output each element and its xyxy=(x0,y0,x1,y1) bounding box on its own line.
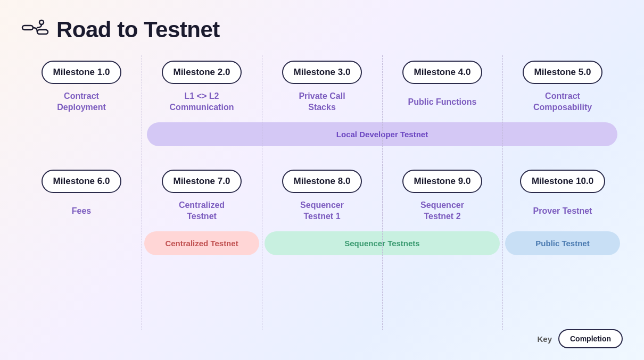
row2-milestones: Milestone 6.0 Fees Milestone 7.0 Central… xyxy=(21,170,623,224)
milestone-cell-7: Milestone 7.0 CentralizedTestnet xyxy=(142,170,262,224)
milestone-cell-2: Milestone 2.0 L1 <> L2Communication xyxy=(142,61,262,115)
milestone-cell-10: Milestone 10.0 Prover Testnet xyxy=(502,170,623,224)
route-icon xyxy=(21,16,49,44)
row1-milestones: Milestone 1.0 ContractDeployment Milesto… xyxy=(21,61,623,115)
milestone-9-badge: Milestone 9.0 xyxy=(402,170,483,193)
milestones-section: Milestone 1.0 ContractDeployment Milesto… xyxy=(21,61,623,255)
milestone-4-badge: Milestone 4.0 xyxy=(402,61,483,84)
milestone-1-badge: Milestone 1.0 xyxy=(42,61,122,84)
milestone-9-label: SequencerTestnet 2 xyxy=(420,198,464,224)
milestone-4-label: Public Functions xyxy=(408,89,477,115)
svg-rect-1 xyxy=(37,30,48,34)
milestone-cell-5: Milestone 5.0 ContractComposability xyxy=(502,61,623,115)
key-section: Key Completion xyxy=(537,329,623,348)
milestone-7-badge: Milestone 7.0 xyxy=(162,170,242,193)
milestone-5-label: ContractComposability xyxy=(533,89,592,115)
milestone-7-label: CentralizedTestnet xyxy=(179,198,225,224)
milestone-cell-3: Milestone 3.0 Private CallStacks xyxy=(262,61,382,115)
milestone-10-badge: Milestone 10.0 xyxy=(520,170,605,193)
milestone-3-label: Private CallStacks xyxy=(299,89,345,115)
milestone-3-badge: Milestone 3.0 xyxy=(282,61,362,84)
milestone-10-label: Prover Testnet xyxy=(533,198,592,224)
row2-banners: Centralized Testnet Sequencer Testnets P… xyxy=(21,226,623,255)
page-title: Road to Testnet xyxy=(56,17,220,43)
milestone-2-badge: Milestone 2.0 xyxy=(162,61,242,84)
milestone-2-label: L1 <> L2Communication xyxy=(170,89,234,115)
milestone-cell-9: Milestone 9.0 SequencerTestnet 2 xyxy=(382,170,502,224)
milestone-6-label: Fees xyxy=(72,198,91,224)
header: Road to Testnet xyxy=(21,16,623,44)
key-completion-badge: Completion xyxy=(558,329,623,348)
milestone-8-badge: Milestone 8.0 xyxy=(282,170,362,193)
svg-rect-0 xyxy=(22,26,33,30)
milestone-1-label: ContractDeployment xyxy=(57,89,106,115)
banner-spacer-1 xyxy=(21,117,142,146)
milestone-cell-8: Milestone 8.0 SequencerTestnet 1 xyxy=(262,170,382,224)
milestone-cell-4: Milestone 4.0 Public Functions xyxy=(382,61,502,115)
row2-banner-spacer xyxy=(21,226,142,255)
key-label: Key xyxy=(537,334,552,344)
public-testnet-banner: Public Testnet xyxy=(505,231,620,255)
row1-banner-wrapper: Local Developer Testnet xyxy=(21,117,623,146)
milestone-cell-6: Milestone 6.0 Fees xyxy=(21,170,142,224)
centralized-testnet-banner: Centralized Testnet xyxy=(144,231,259,255)
milestone-5-badge: Milestone 5.0 xyxy=(523,61,603,84)
page-container: Road to Testnet Milestone 1.0 ContractDe… xyxy=(0,0,644,360)
milestone-8-label: SequencerTestnet 1 xyxy=(300,198,344,224)
milestone-cell-1: Milestone 1.0 ContractDeployment xyxy=(21,61,142,115)
milestone-6-badge: Milestone 6.0 xyxy=(42,170,122,193)
